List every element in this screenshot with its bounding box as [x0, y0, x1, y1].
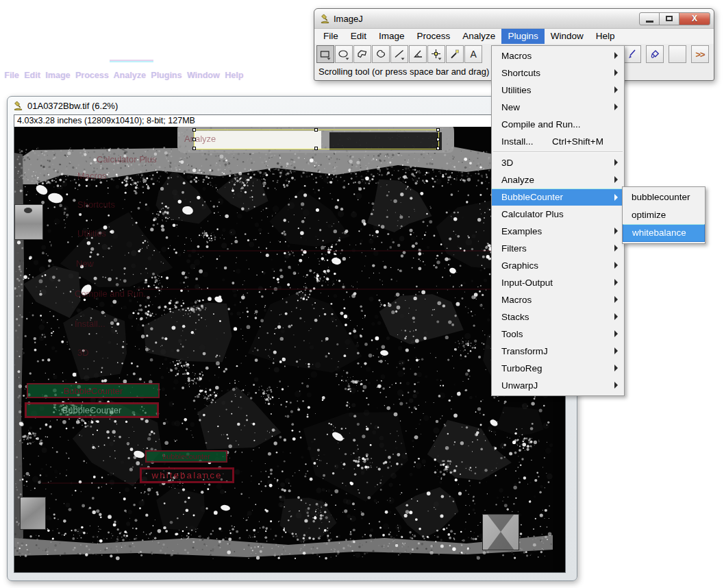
submenu-arrow-icon	[614, 279, 618, 286]
plugins-menu-item-macros[interactable]: Macros	[492, 291, 624, 308]
plugins-menu-item-macros[interactable]: Macros	[492, 47, 624, 64]
plugins-menu-item-transformj[interactable]: TransformJ	[492, 343, 624, 360]
plugins-menu-item-utilities[interactable]: Utilities	[492, 82, 624, 99]
menu-item-label: Examples	[501, 226, 542, 236]
plugins-menu-item-stacks[interactable]: Stacks	[492, 308, 624, 326]
menu-item-label: Macros	[501, 295, 532, 305]
tool-polygon-button[interactable]	[353, 45, 371, 63]
minimize-icon	[646, 21, 653, 23]
image-canvas-area: BubbleCounterBubbleCounterbubblecounterw…	[14, 127, 565, 572]
plugins-menu-item-unwarpj[interactable]: UnwarpJ	[492, 377, 624, 394]
menu-item-shortcut: Ctrl+Shift+M	[552, 133, 603, 150]
menu-item-label: Shortcuts	[501, 68, 540, 78]
menu-item-label: Compile and Run...	[501, 119, 581, 130]
plugins-menu-item-graphics[interactable]: Graphics	[492, 257, 624, 274]
imagej-microscope-icon	[13, 101, 23, 111]
tool-freehand-button[interactable]	[372, 45, 390, 63]
menu-file[interactable]: File	[317, 29, 345, 44]
menu-item-label: Analyze	[501, 175, 534, 185]
tool-wand-button[interactable]	[446, 45, 464, 63]
tool-text-button[interactable]: A	[464, 45, 482, 63]
app-title: ImageJ	[334, 14, 640, 24]
menu-window[interactable]: Window	[545, 29, 590, 44]
plugins-menu-item-filters[interactable]: Filters	[492, 240, 624, 257]
specimen-image[interactable]	[14, 127, 565, 572]
app-titlebar[interactable]: ImageJ X	[314, 9, 714, 29]
ghost-annotation-box: BubbleCounter	[25, 402, 159, 418]
plugins-menu-item-calculator-plus[interactable]: Calculator Plus	[492, 206, 624, 223]
tool-rectangle-button[interactable]	[316, 45, 334, 63]
submenu-item-bubblecounter[interactable]: bubblecounter	[623, 188, 705, 206]
plugins-menu-item-bubblecounter[interactable]: BubbleCounter	[492, 188, 624, 206]
tool-bucket-button[interactable]	[646, 45, 664, 63]
roi-handle[interactable]	[192, 128, 196, 132]
angle-icon	[412, 48, 424, 60]
plugins-menu-item-compile-and-run[interactable]: Compile and Run...	[492, 116, 624, 133]
roi-handle[interactable]	[192, 147, 196, 150]
submenu-arrow-icon	[614, 69, 618, 76]
submenu-arrow-icon	[614, 86, 618, 93]
roi-handle[interactable]	[314, 147, 318, 150]
plugins-dropdown-menu: MacrosShortcutsUtilitiesNewCompile and R…	[491, 45, 625, 396]
submenu-item-whitebalance[interactable]: whitebalance	[623, 224, 705, 242]
roi-handle[interactable]	[314, 128, 318, 132]
tool-more-button[interactable]: >>	[691, 45, 709, 63]
menu-item-label: Tools	[501, 329, 523, 339]
roi-handle[interactable]	[436, 128, 440, 132]
submenu-arrow-icon	[614, 194, 618, 201]
menu-analyze[interactable]: Analyze	[456, 29, 501, 44]
menu-image[interactable]: Image	[373, 29, 411, 44]
text-icon: A	[467, 48, 479, 60]
roi-handle[interactable]	[192, 138, 196, 141]
plugins-menu-item-shortcuts[interactable]: Shortcuts	[492, 64, 624, 82]
bucket-icon	[649, 48, 661, 60]
minimize-button[interactable]	[639, 12, 660, 25]
tool-brush-button[interactable]	[623, 45, 641, 63]
ghost-annotation-box: bubblecounter	[145, 450, 227, 463]
menu-item-label: BubbleCounter	[501, 192, 563, 202]
close-button[interactable]: X	[679, 12, 710, 25]
plugins-menu-item-3d[interactable]: 3D	[492, 154, 624, 171]
submenu-arrow-icon	[614, 52, 618, 59]
roi-selection[interactable]	[194, 130, 439, 149]
menu-item-label: TurboReg	[501, 363, 542, 373]
menu-item-label: Calculator Plus	[501, 209, 564, 219]
desktop: File Edit Image Process Analyze Plugins …	[0, 0, 724, 588]
menu-item-label: Install...	[501, 136, 534, 147]
plugins-menu-item-install[interactable]: Install...Ctrl+Shift+M	[492, 133, 624, 150]
tool-point-button[interactable]	[427, 45, 445, 63]
roi-handle[interactable]	[436, 138, 440, 141]
submenu-arrow-icon	[614, 313, 618, 320]
ghost-annotation-box: BubbleCounter	[27, 383, 160, 398]
ghost-underline-artifact	[110, 60, 153, 62]
image-window-content: 4.03x3.28 inches (12809x10410); 8-bit; 1…	[14, 114, 566, 573]
submenu-arrow-icon	[614, 347, 618, 354]
menu-edit[interactable]: Edit	[345, 29, 373, 44]
plugins-menu-item-tools[interactable]: Tools	[492, 326, 624, 343]
ghost-menubar-artifact: File Edit Image Process Analyze Plugins …	[4, 71, 237, 80]
menu-help[interactable]: Help	[590, 29, 621, 44]
bubblecounter-submenu: bubblecounteroptimizewhitebalance	[622, 186, 706, 244]
submenu-item-optimize[interactable]: optimize	[623, 206, 705, 224]
roi-handle[interactable]	[436, 147, 440, 150]
line-icon	[393, 48, 405, 60]
plugins-menu-item-analyze[interactable]: Analyze	[492, 171, 624, 188]
tool-line-button[interactable]	[390, 45, 408, 63]
menu-item-label: New	[501, 102, 520, 112]
freehand-icon	[375, 48, 387, 60]
image-window-title: 01A0372Bbw.tif (6.2%)	[27, 101, 118, 111]
tool-blank-button[interactable]	[669, 45, 686, 63]
plugins-menu-item-input-output[interactable]: Input-Output	[492, 274, 624, 291]
menu-item-label: UnwarpJ	[501, 380, 538, 391]
submenu-arrow-icon	[614, 159, 618, 166]
plugins-menu-item-new[interactable]: New	[492, 99, 624, 116]
menu-plugins[interactable]: Plugins	[501, 29, 544, 44]
tool-oval-button[interactable]	[335, 45, 353, 63]
submenu-arrow-icon	[614, 228, 618, 234]
menu-process[interactable]: Process	[411, 29, 457, 44]
plugins-menu-item-examples[interactable]: Examples	[492, 223, 624, 240]
plugins-menu-item-turboreg[interactable]: TurboReg	[492, 360, 624, 377]
maximize-button[interactable]	[659, 12, 679, 25]
tool-angle-button[interactable]	[409, 45, 427, 63]
menu-item-label: 3D	[501, 158, 513, 168]
